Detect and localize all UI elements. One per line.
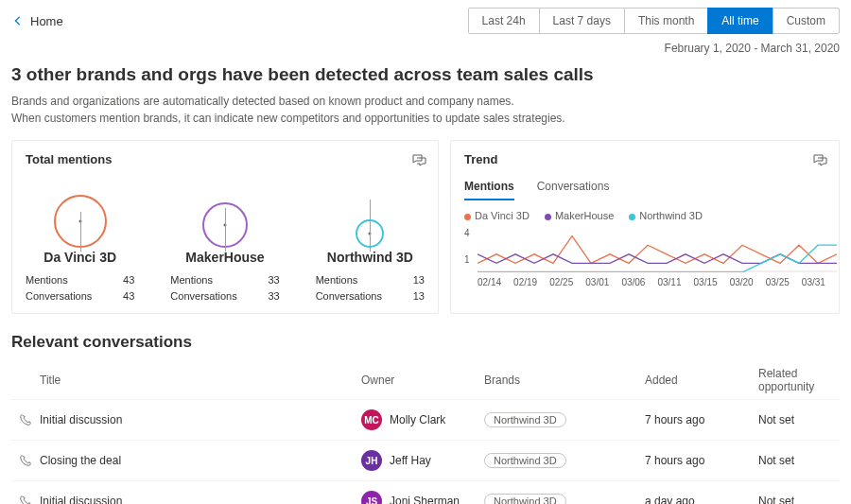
table-row[interactable]: Closing the dealJHJeff HayNorthwind 3D7 …	[11, 440, 840, 480]
brand-col: Da Vinci 3DMentions43Conversations43	[26, 182, 134, 304]
trend-tab-mentions[interactable]: Mentions	[464, 180, 514, 200]
brand-col: Northwind 3DMentions13Conversations13	[316, 182, 425, 304]
range-btn-all-time[interactable]: All time	[707, 8, 773, 34]
row-added: 7 hours ago	[645, 413, 758, 426]
trend-card: Trend MentionsConversations Da Vinci 3DM…	[450, 140, 840, 314]
row-added: a day ago	[645, 495, 758, 504]
total-mentions-title: Total mentions	[26, 152, 425, 166]
brand-name: Da Vinci 3D	[26, 250, 134, 265]
legend-item: Da Vinci 3D	[464, 210, 530, 221]
phone-icon	[11, 454, 40, 467]
trend-title: Trend	[464, 152, 825, 166]
chat-icon[interactable]	[411, 152, 426, 171]
table-header: Title Owner Brands Added Related opportu…	[11, 361, 840, 399]
row-related: Not set	[758, 454, 843, 467]
page-subtitle: Brands and organizations are automatical…	[11, 93, 840, 127]
legend-item: MakerHouse	[545, 210, 614, 221]
phone-icon	[11, 413, 40, 426]
range-btn-custom[interactable]: Custom	[773, 8, 840, 34]
row-title: Initial discussion	[40, 413, 361, 426]
total-mentions-card: Total mentions Da Vinci 3DMentions43Conv…	[11, 140, 439, 314]
row-brand: Northwind 3D	[484, 453, 645, 468]
chart-series	[478, 236, 837, 264]
phone-icon	[11, 495, 40, 504]
row-related: Not set	[758, 413, 843, 426]
row-added: 7 hours ago	[645, 454, 758, 467]
page-title: 3 other brands and orgs have been detect…	[11, 64, 840, 85]
row-owner: JSJoni Sherman	[361, 491, 484, 504]
row-brand: Northwind 3D	[484, 494, 645, 504]
home-link[interactable]: Home	[11, 14, 63, 28]
row-title: Initial discussion	[40, 495, 361, 504]
chat-icon[interactable]	[812, 152, 827, 171]
row-title: Closing the deal	[40, 454, 361, 467]
table-row[interactable]: Initial discussionMCMolly ClarkNorthwind…	[11, 399, 840, 440]
brand-name: MakerHouse	[170, 250, 279, 265]
avatar: MC	[361, 409, 382, 430]
avatar: JH	[361, 450, 382, 471]
range-btn-this-month[interactable]: This month	[624, 8, 708, 34]
range-btn-last-7-days[interactable]: Last 7 days	[539, 8, 625, 34]
range-btn-last-24h[interactable]: Last 24h	[468, 8, 540, 34]
relevant-conversations-title: Relevant conversations	[11, 333, 840, 352]
brand-name: Northwind 3D	[316, 250, 425, 265]
row-brand: Northwind 3D	[484, 412, 645, 427]
date-range-text: February 1, 2020 - March 31, 2020	[0, 34, 851, 55]
home-label: Home	[30, 14, 63, 28]
row-owner: MCMolly Clark	[361, 409, 484, 430]
time-range-group: Last 24hLast 7 daysThis monthAll timeCus…	[468, 8, 840, 34]
row-owner: JHJeff Hay	[361, 450, 484, 471]
trend-chart: 4 1 02/1402/1902/2503/0103/0603/1103/150…	[464, 227, 825, 287]
row-related: Not set	[758, 495, 843, 504]
brand-col: MakerHouseMentions33Conversations33	[170, 182, 279, 304]
trend-tab-conversations[interactable]: Conversations	[537, 180, 610, 200]
avatar: JS	[361, 491, 382, 504]
table-row[interactable]: Initial discussionJSJoni ShermanNorthwin…	[11, 480, 840, 504]
legend-item: Northwind 3D	[629, 210, 703, 221]
conversations-table: Title Owner Brands Added Related opportu…	[11, 361, 840, 504]
back-arrow-icon	[11, 14, 25, 27]
